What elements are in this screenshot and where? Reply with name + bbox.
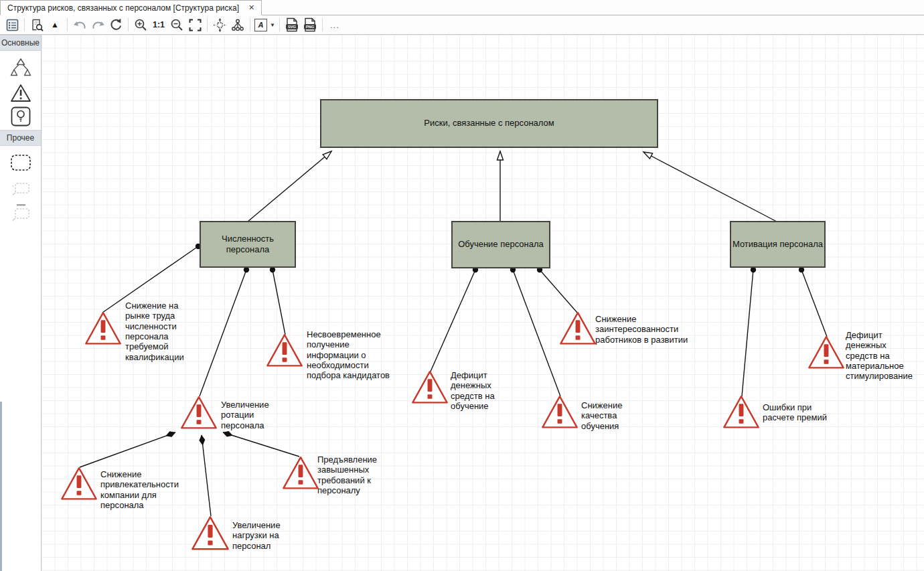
risk-warning-icon <box>180 395 218 430</box>
risk-node[interactable] <box>411 370 449 408</box>
risk-warning-icon <box>282 455 319 491</box>
generalization-link[interactable] <box>643 152 777 222</box>
risk-label[interactable]: Предъявление завышенных требований к пер… <box>317 455 388 495</box>
risk-node[interactable] <box>191 515 230 554</box>
risk-warning-icon <box>191 515 230 552</box>
category-node-label: Мотивация персонала <box>733 239 823 250</box>
risk-label[interactable]: Дефицит денежных средств на материальное… <box>846 330 919 382</box>
risk-warning-icon <box>722 394 760 430</box>
category-node[interactable]: Мотивация персонала <box>730 221 826 268</box>
risk-node[interactable] <box>282 455 319 493</box>
risk-node[interactable] <box>541 394 579 432</box>
risk-warning-icon <box>411 370 449 405</box>
diagram: Риски, связанные с персоналом Численност… <box>0 0 924 571</box>
risk-node[interactable] <box>180 395 218 433</box>
app-window: Структура рисков, связанных с персоналом… <box>0 0 924 571</box>
risk-node[interactable] <box>807 335 845 373</box>
root-node[interactable]: Риски, связанные с персоналом <box>320 99 658 148</box>
generalization-link[interactable] <box>248 151 331 222</box>
category-node[interactable]: Обучение персонала <box>451 221 550 268</box>
risk-warning-icon <box>559 311 597 346</box>
risk-label[interactable]: Снижение на рынке труда численности перс… <box>125 301 194 362</box>
risk-link[interactable] <box>200 270 246 396</box>
risk-label[interactable]: Снижение заинтересованности работников в… <box>595 314 697 345</box>
risk-warning-icon <box>807 335 845 370</box>
category-node-label: Обучение персонала <box>458 239 544 250</box>
aggregation-link[interactable] <box>223 432 299 457</box>
risk-node[interactable] <box>266 333 303 371</box>
risk-warning-icon <box>84 311 122 346</box>
risk-warning-icon <box>60 466 98 501</box>
risk-link[interactable] <box>742 270 753 396</box>
risk-node[interactable] <box>84 311 122 349</box>
risk-label[interactable]: Ошибки при расчете премий <box>763 402 842 423</box>
aggregation-link[interactable] <box>202 435 211 516</box>
risk-label[interactable]: Увеличение нагрузки на персонал <box>232 520 297 551</box>
aggregation-link[interactable] <box>80 432 175 467</box>
risk-label[interactable]: Несвоевременное получение информации о н… <box>307 329 395 381</box>
root-node-label: Риски, связанные с персоналом <box>424 118 554 129</box>
risk-label[interactable]: Снижение привлекательности компании для … <box>100 469 191 510</box>
risk-warning-icon <box>541 394 579 430</box>
risk-link[interactable] <box>431 270 475 372</box>
risk-label[interactable]: Снижение качества обучения <box>581 400 636 431</box>
category-node[interactable]: Численность персонала <box>200 221 296 268</box>
risk-link[interactable] <box>540 270 577 313</box>
risk-link[interactable] <box>513 270 560 396</box>
risk-label[interactable]: Дефицит денежных средств на обучение <box>451 370 512 411</box>
risk-node[interactable] <box>559 311 597 349</box>
risk-link[interactable] <box>273 270 285 335</box>
risk-node[interactable] <box>60 466 98 504</box>
risk-label[interactable]: Увеличение ротации персонала <box>221 400 285 430</box>
risk-node[interactable] <box>722 394 760 432</box>
category-node-label: Численность персонала <box>213 234 283 256</box>
risk-warning-icon <box>266 333 303 368</box>
risk-link[interactable] <box>801 270 827 337</box>
